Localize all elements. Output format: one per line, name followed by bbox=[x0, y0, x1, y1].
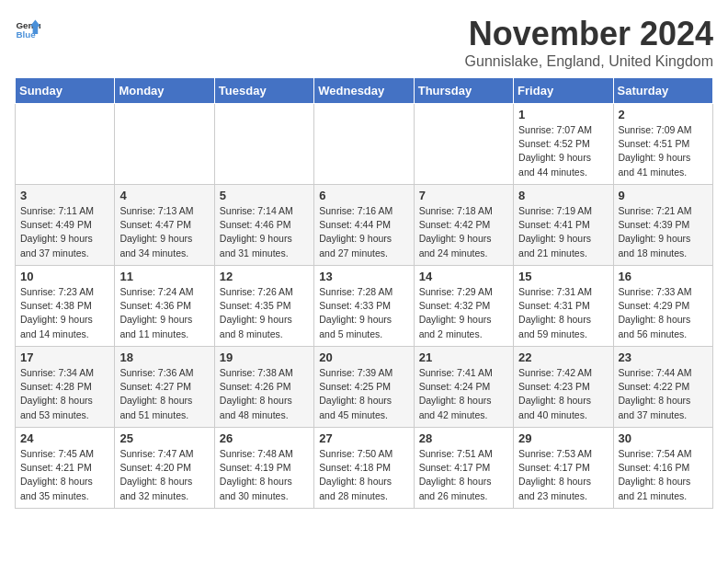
day-info: Sunrise: 7:44 AM Sunset: 4:22 PM Dayligh… bbox=[619, 366, 708, 422]
calendar-cell: 17Sunrise: 7:34 AM Sunset: 4:28 PM Dayli… bbox=[16, 347, 115, 428]
day-number: 7 bbox=[419, 189, 508, 202]
day-number: 11 bbox=[119, 270, 209, 283]
calendar-cell: 2Sunrise: 7:09 AM Sunset: 4:51 PM Daylig… bbox=[613, 104, 712, 185]
day-info: Sunrise: 7:18 AM Sunset: 4:42 PM Dayligh… bbox=[419, 204, 508, 260]
day-number: 20 bbox=[319, 350, 408, 364]
day-info: Sunrise: 7:31 AM Sunset: 4:31 PM Dayligh… bbox=[518, 285, 608, 341]
header-friday: Friday bbox=[514, 78, 613, 104]
day-info: Sunrise: 7:47 AM Sunset: 4:20 PM Dayligh… bbox=[119, 447, 209, 503]
day-number: 1 bbox=[518, 108, 608, 121]
day-number: 4 bbox=[119, 189, 209, 202]
day-number: 28 bbox=[419, 431, 508, 445]
calendar-cell bbox=[414, 104, 513, 185]
calendar-cell: 6Sunrise: 7:16 AM Sunset: 4:44 PM Daylig… bbox=[314, 185, 414, 266]
week-row-4: 24Sunrise: 7:45 AM Sunset: 4:21 PM Dayli… bbox=[16, 428, 713, 509]
day-info: Sunrise: 7:26 AM Sunset: 4:35 PM Dayligh… bbox=[220, 285, 309, 341]
day-info: Sunrise: 7:53 AM Sunset: 4:17 PM Dayligh… bbox=[518, 447, 608, 503]
calendar-cell: 30Sunrise: 7:54 AM Sunset: 4:16 PM Dayli… bbox=[613, 428, 712, 509]
calendar-cell: 1Sunrise: 7:07 AM Sunset: 4:52 PM Daylig… bbox=[514, 104, 613, 185]
day-info: Sunrise: 7:50 AM Sunset: 4:18 PM Dayligh… bbox=[319, 447, 408, 503]
day-number: 12 bbox=[220, 270, 309, 283]
calendar-cell: 5Sunrise: 7:14 AM Sunset: 4:46 PM Daylig… bbox=[214, 185, 313, 266]
day-info: Sunrise: 7:21 AM Sunset: 4:39 PM Dayligh… bbox=[619, 204, 708, 260]
calendar-cell bbox=[314, 104, 414, 185]
week-row-2: 10Sunrise: 7:23 AM Sunset: 4:38 PM Dayli… bbox=[16, 266, 713, 347]
day-number: 17 bbox=[20, 350, 109, 364]
day-number: 15 bbox=[518, 270, 608, 283]
calendar-cell bbox=[16, 104, 115, 185]
day-number: 14 bbox=[419, 270, 508, 283]
day-info: Sunrise: 7:23 AM Sunset: 4:38 PM Dayligh… bbox=[20, 285, 109, 341]
day-number: 6 bbox=[319, 189, 408, 202]
calendar-cell: 15Sunrise: 7:31 AM Sunset: 4:31 PM Dayli… bbox=[514, 266, 613, 347]
header-monday: Monday bbox=[115, 78, 214, 104]
calendar-cell: 7Sunrise: 7:18 AM Sunset: 4:42 PM Daylig… bbox=[414, 185, 513, 266]
calendar-cell: 14Sunrise: 7:29 AM Sunset: 4:32 PM Dayli… bbox=[414, 266, 513, 347]
day-number: 8 bbox=[518, 189, 608, 202]
calendar-table: SundayMondayTuesdayWednesdayThursdayFrid… bbox=[15, 77, 713, 509]
calendar-cell: 3Sunrise: 7:11 AM Sunset: 4:49 PM Daylig… bbox=[16, 185, 115, 266]
day-number: 10 bbox=[20, 270, 109, 283]
location-title: Gunnislake, England, United Kingdom bbox=[465, 53, 713, 70]
week-row-3: 17Sunrise: 7:34 AM Sunset: 4:28 PM Dayli… bbox=[16, 347, 713, 428]
day-number: 22 bbox=[518, 350, 608, 364]
day-info: Sunrise: 7:38 AM Sunset: 4:26 PM Dayligh… bbox=[220, 366, 309, 422]
day-info: Sunrise: 7:29 AM Sunset: 4:32 PM Dayligh… bbox=[419, 285, 508, 341]
day-number: 13 bbox=[319, 270, 408, 283]
day-info: Sunrise: 7:33 AM Sunset: 4:29 PM Dayligh… bbox=[619, 285, 708, 341]
day-number: 18 bbox=[119, 350, 209, 364]
calendar-cell: 20Sunrise: 7:39 AM Sunset: 4:25 PM Dayli… bbox=[314, 347, 414, 428]
calendar-cell: 18Sunrise: 7:36 AM Sunset: 4:27 PM Dayli… bbox=[115, 347, 214, 428]
calendar-cell: 16Sunrise: 7:33 AM Sunset: 4:29 PM Dayli… bbox=[613, 266, 712, 347]
day-number: 9 bbox=[619, 189, 708, 202]
day-number: 19 bbox=[220, 350, 309, 364]
calendar-cell: 19Sunrise: 7:38 AM Sunset: 4:26 PM Dayli… bbox=[214, 347, 313, 428]
day-number: 16 bbox=[619, 270, 708, 283]
header-tuesday: Tuesday bbox=[214, 78, 313, 104]
header-sunday: Sunday bbox=[16, 78, 115, 104]
calendar-cell: 29Sunrise: 7:53 AM Sunset: 4:17 PM Dayli… bbox=[514, 428, 613, 509]
day-info: Sunrise: 7:28 AM Sunset: 4:33 PM Dayligh… bbox=[319, 285, 408, 341]
day-info: Sunrise: 7:51 AM Sunset: 4:17 PM Dayligh… bbox=[419, 447, 508, 503]
day-number: 30 bbox=[619, 431, 708, 445]
day-info: Sunrise: 7:41 AM Sunset: 4:24 PM Dayligh… bbox=[419, 366, 508, 422]
calendar-cell: 12Sunrise: 7:26 AM Sunset: 4:35 PM Dayli… bbox=[214, 266, 313, 347]
week-row-0: 1Sunrise: 7:07 AM Sunset: 4:52 PM Daylig… bbox=[16, 104, 713, 185]
day-info: Sunrise: 7:16 AM Sunset: 4:44 PM Dayligh… bbox=[319, 204, 408, 260]
calendar-cell bbox=[214, 104, 313, 185]
week-row-1: 3Sunrise: 7:11 AM Sunset: 4:49 PM Daylig… bbox=[16, 185, 713, 266]
day-number: 3 bbox=[20, 189, 109, 202]
day-info: Sunrise: 7:19 AM Sunset: 4:41 PM Dayligh… bbox=[518, 204, 608, 260]
calendar-cell: 9Sunrise: 7:21 AM Sunset: 4:39 PM Daylig… bbox=[613, 185, 712, 266]
day-number: 23 bbox=[619, 350, 708, 364]
header-thursday: Thursday bbox=[414, 78, 513, 104]
day-number: 29 bbox=[518, 431, 608, 445]
calendar-cell: 21Sunrise: 7:41 AM Sunset: 4:24 PM Dayli… bbox=[414, 347, 513, 428]
day-info: Sunrise: 7:48 AM Sunset: 4:19 PM Dayligh… bbox=[220, 447, 309, 503]
day-info: Sunrise: 7:36 AM Sunset: 4:27 PM Dayligh… bbox=[119, 366, 209, 422]
day-info: Sunrise: 7:45 AM Sunset: 4:21 PM Dayligh… bbox=[20, 447, 109, 503]
calendar-header-row: SundayMondayTuesdayWednesdayThursdayFrid… bbox=[16, 78, 713, 104]
day-info: Sunrise: 7:39 AM Sunset: 4:25 PM Dayligh… bbox=[319, 366, 408, 422]
calendar-cell: 8Sunrise: 7:19 AM Sunset: 4:41 PM Daylig… bbox=[514, 185, 613, 266]
day-info: Sunrise: 7:34 AM Sunset: 4:28 PM Dayligh… bbox=[20, 366, 109, 422]
header-wednesday: Wednesday bbox=[314, 78, 414, 104]
calendar-cell bbox=[115, 104, 214, 185]
logo-icon: General Blue bbox=[15, 15, 40, 40]
day-info: Sunrise: 7:07 AM Sunset: 4:52 PM Dayligh… bbox=[518, 123, 608, 179]
calendar-cell: 26Sunrise: 7:48 AM Sunset: 4:19 PM Dayli… bbox=[214, 428, 313, 509]
calendar-cell: 13Sunrise: 7:28 AM Sunset: 4:33 PM Dayli… bbox=[314, 266, 414, 347]
day-info: Sunrise: 7:14 AM Sunset: 4:46 PM Dayligh… bbox=[220, 204, 309, 260]
calendar-cell: 27Sunrise: 7:50 AM Sunset: 4:18 PM Dayli… bbox=[314, 428, 414, 509]
day-info: Sunrise: 7:54 AM Sunset: 4:16 PM Dayligh… bbox=[619, 447, 708, 503]
day-number: 5 bbox=[220, 189, 309, 202]
logo: General Blue bbox=[15, 15, 40, 40]
calendar-cell: 22Sunrise: 7:42 AM Sunset: 4:23 PM Dayli… bbox=[514, 347, 613, 428]
calendar-cell: 4Sunrise: 7:13 AM Sunset: 4:47 PM Daylig… bbox=[115, 185, 214, 266]
day-number: 2 bbox=[619, 108, 708, 121]
day-number: 27 bbox=[319, 431, 408, 445]
day-info: Sunrise: 7:11 AM Sunset: 4:49 PM Dayligh… bbox=[20, 204, 109, 260]
month-title: November 2024 bbox=[465, 15, 713, 53]
header: General Blue November 2024 Gunnislake, E… bbox=[15, 15, 713, 70]
day-number: 21 bbox=[419, 350, 508, 364]
